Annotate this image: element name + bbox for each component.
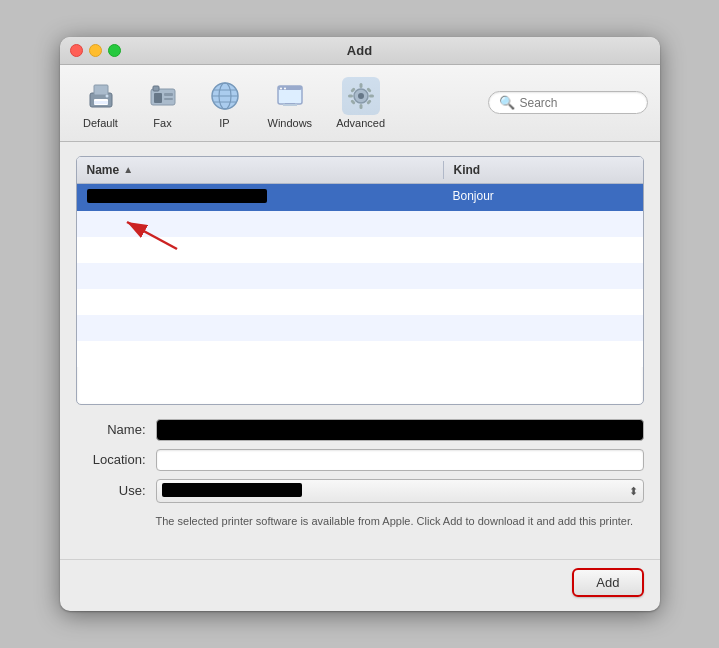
toolbar-windows-label: Windows	[268, 117, 313, 129]
location-input[interactable]	[156, 449, 644, 471]
col-kind-header: Kind	[443, 161, 643, 179]
svg-rect-20	[283, 104, 297, 106]
name-row: Name:	[76, 419, 644, 441]
table-row-empty-2	[77, 237, 643, 263]
svg-rect-3	[94, 101, 108, 104]
toolbar-default-label: Default	[83, 117, 118, 129]
name-input-container	[156, 419, 644, 441]
col-name-header: Name ▲	[77, 161, 443, 179]
table-row-empty-4	[77, 289, 643, 315]
toolbar-item-advanced[interactable]: Advanced	[326, 73, 395, 133]
fax-icon	[144, 77, 182, 115]
toolbar-fax-label: Fax	[153, 117, 171, 129]
location-row: Location:	[76, 449, 644, 471]
printer-kind-cell: Bonjour	[443, 184, 643, 211]
svg-rect-7	[164, 93, 173, 96]
table-row-empty-6	[77, 341, 643, 367]
use-select-cover	[162, 483, 302, 497]
svg-rect-18	[284, 87, 286, 89]
table-row-empty-5	[77, 315, 643, 341]
add-button[interactable]: Add	[572, 568, 643, 597]
add-printer-window: Add Default	[60, 37, 660, 612]
toolbar-item-fax[interactable]: Fax	[134, 73, 192, 133]
toolbar: Default Fax	[60, 65, 660, 142]
table-row-empty-1	[77, 211, 643, 237]
window-title: Add	[347, 43, 372, 58]
name-input[interactable]	[156, 419, 644, 441]
windows-icon	[271, 77, 309, 115]
svg-rect-17	[280, 87, 282, 89]
location-label: Location:	[76, 452, 156, 467]
svg-point-4	[105, 94, 108, 97]
printer-list-container: Name ▲ Kind Bonjour	[76, 156, 644, 405]
search-icon: 🔍	[499, 95, 515, 110]
search-input[interactable]	[520, 96, 637, 110]
minimize-button[interactable]	[89, 44, 102, 57]
form-area: Name: Location: Use: ⬍	[76, 419, 644, 503]
use-label: Use:	[76, 483, 156, 498]
maximize-button[interactable]	[108, 44, 121, 57]
svg-rect-23	[359, 83, 362, 88]
toolbar-item-ip[interactable]: IP	[196, 73, 254, 133]
table-row[interactable]: Bonjour	[77, 184, 643, 211]
window-controls	[70, 44, 121, 57]
svg-rect-9	[153, 86, 159, 91]
svg-point-22	[358, 93, 364, 99]
svg-rect-2	[94, 85, 108, 95]
svg-rect-24	[359, 104, 362, 109]
table-row-empty-3	[77, 263, 643, 289]
use-row: Use: ⬍	[76, 479, 644, 503]
svg-rect-26	[369, 94, 374, 97]
toolbar-ip-label: IP	[219, 117, 229, 129]
search-box[interactable]: 🔍	[488, 91, 648, 114]
use-select-container: ⬍	[156, 479, 644, 503]
printer-list-body: Bonjour	[77, 184, 643, 404]
close-button[interactable]	[70, 44, 83, 57]
svg-rect-8	[164, 98, 173, 100]
info-text: The selected printer software is availab…	[156, 513, 644, 530]
toolbar-icons: Default Fax	[72, 73, 396, 133]
toolbar-item-windows[interactable]: Windows	[258, 73, 323, 133]
redacted-name	[87, 189, 267, 203]
sort-arrow: ▲	[123, 164, 133, 175]
ip-icon	[206, 77, 244, 115]
toolbar-item-default[interactable]: Default	[72, 73, 130, 133]
svg-rect-25	[348, 94, 353, 97]
main-content: Name ▲ Kind Bonjour	[60, 142, 660, 560]
printer-list-header: Name ▲ Kind	[77, 157, 643, 184]
bottom-bar: Add	[60, 559, 660, 611]
printer-icon	[82, 77, 120, 115]
title-bar: Add	[60, 37, 660, 65]
printer-name-cell	[77, 184, 443, 211]
svg-rect-6	[154, 93, 162, 103]
toolbar-advanced-label: Advanced	[336, 117, 385, 129]
advanced-icon	[342, 77, 380, 115]
search-container: 🔍	[488, 91, 648, 114]
name-label: Name:	[76, 422, 156, 437]
